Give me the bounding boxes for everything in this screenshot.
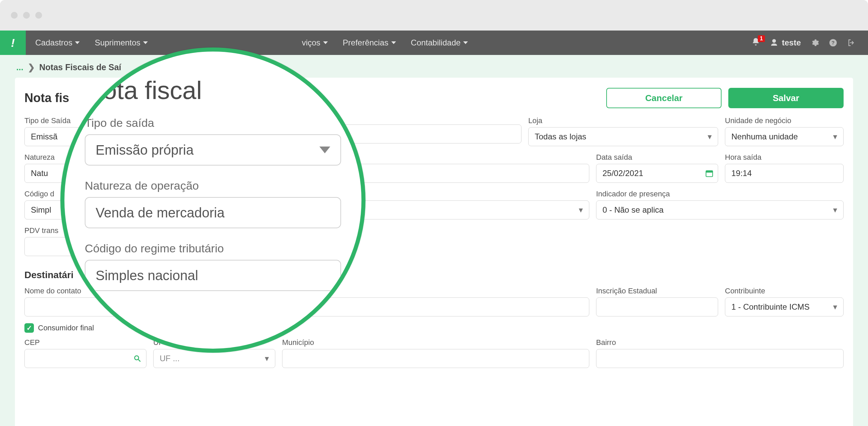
municipio-label: Município <box>282 338 589 347</box>
loja-label: Loja <box>528 116 718 125</box>
page-title: Nota fis <box>24 91 69 105</box>
search-icon[interactable] <box>133 354 141 363</box>
breadcrumb-current: Notas Fiscais de Saí <box>39 62 121 72</box>
select-value: Nenhuma unidade <box>731 132 798 141</box>
loja-select[interactable]: Todas as lojas▾ <box>528 127 718 146</box>
notification-badge: 1 <box>758 35 765 42</box>
nav-label: Preferências <box>343 38 389 47</box>
municipio-input[interactable] <box>282 349 589 368</box>
mag-regime-select[interactable]: Simples nacional <box>85 260 341 291</box>
cep-input[interactable] <box>24 349 146 368</box>
chevron-down-icon <box>75 41 80 44</box>
select-value: Todas as lojas <box>535 132 586 141</box>
nav-cadastros[interactable]: Cadastros <box>35 38 80 47</box>
user-menu[interactable]: teste <box>770 38 801 47</box>
mag-title: Nota fiscal <box>85 76 341 105</box>
chevron-down-icon: ▾ <box>708 132 712 141</box>
chevron-down-icon: ▾ <box>579 205 583 215</box>
mag-regime-label: Código do regime tributário <box>85 242 341 255</box>
magnifier-overlay: Nota fiscal Tipo de saída Emissão própri… <box>60 47 366 353</box>
indicador-label: Indicador de presença <box>596 190 844 198</box>
chevron-down-icon <box>143 41 148 44</box>
chevron-down-icon: ▾ <box>265 354 269 363</box>
unidade-select[interactable]: Nenhuma unidade▾ <box>725 127 844 146</box>
window-dot <box>35 12 42 19</box>
mag-tipo-saida-select[interactable]: Emissão própria <box>85 134 341 166</box>
ie-input[interactable] <box>596 297 718 316</box>
input-value: 19:14 <box>731 169 752 178</box>
chevron-down-icon: ▾ <box>833 302 837 312</box>
cancel-button[interactable]: Cancelar <box>606 88 722 108</box>
bairro-label: Bairro <box>596 338 844 347</box>
svg-text:?: ? <box>831 40 834 45</box>
chevron-down-icon <box>323 41 328 44</box>
browser-chrome <box>0 0 868 31</box>
notifications-button[interactable]: 1 <box>751 37 760 48</box>
calendar-icon <box>705 169 714 178</box>
select-value: 1 - Contribuinte ICMS <box>731 302 810 312</box>
bairro-input[interactable] <box>596 349 844 368</box>
window-dot <box>23 12 30 19</box>
top-nav: ! Cadastros Suprimentos viços Preferênci… <box>0 31 868 55</box>
svg-line-7 <box>138 360 140 362</box>
select-value: Emissã <box>31 132 58 141</box>
hora-saida-input[interactable]: 19:14 <box>725 164 844 183</box>
select-value: 0 - Não se aplica <box>603 205 664 215</box>
data-saida-label: Data saída <box>596 153 718 162</box>
select-value: Emissão própria <box>96 142 194 158</box>
logout-icon[interactable] <box>847 38 856 47</box>
window-dot <box>11 12 18 19</box>
mag-natureza-label: Natureza de operação <box>85 179 341 192</box>
chevron-down-icon: ▾ <box>833 205 837 215</box>
help-icon[interactable]: ? <box>829 38 837 47</box>
user-icon <box>770 38 778 47</box>
consumidor-final-label: Consumidor final <box>38 324 94 332</box>
data-saida-input[interactable]: 25/02/2021 <box>596 164 718 183</box>
select-value: UF ... <box>160 354 180 363</box>
breadcrumb-root[interactable]: ... <box>16 62 23 72</box>
mag-tipo-saida-label: Tipo de saída <box>85 116 341 130</box>
chevron-right-icon: ❯ <box>26 62 37 72</box>
nav-label: Cadastros <box>35 38 72 47</box>
nav-contabilidade[interactable]: Contabilidade <box>411 38 468 47</box>
nav-label: Contabilidade <box>411 38 461 47</box>
unidade-label: Unidade de negócio <box>725 116 844 125</box>
chevron-down-icon: ▾ <box>833 132 837 141</box>
nav-suprimentos[interactable]: Suprimentos <box>95 38 148 47</box>
svg-point-6 <box>135 356 139 360</box>
input-value: Venda de mercadoria <box>96 205 224 220</box>
svg-rect-5 <box>706 171 713 172</box>
contribuinte-label: Contribuinte <box>725 287 844 295</box>
chevron-down-icon <box>319 147 330 153</box>
gear-icon[interactable] <box>810 38 819 47</box>
indicador-select[interactable]: 0 - Não se aplica▾ <box>596 200 844 219</box>
ie-label: Inscrição Estadual <box>596 287 718 295</box>
brand-logo[interactable]: ! <box>0 31 26 55</box>
select-value: Simples nacional <box>96 268 198 283</box>
nav-label: viços <box>302 38 320 47</box>
select-value: Simpl <box>31 205 51 215</box>
mag-natureza-input[interactable]: Venda de mercadoria <box>85 197 341 228</box>
user-name: teste <box>782 38 801 47</box>
cep-label: CEP <box>24 338 146 347</box>
input-value: 25/02/2021 <box>603 169 643 178</box>
consumidor-final-checkbox[interactable]: ✓ <box>24 323 34 333</box>
nav-servicos[interactable]: viços <box>163 38 328 47</box>
nav-preferencias[interactable]: Preferências <box>343 38 396 47</box>
hora-saida-label: Hora saída <box>725 153 844 162</box>
save-button[interactable]: Salvar <box>728 88 844 108</box>
chevron-down-icon <box>391 41 396 44</box>
nav-label: Suprimentos <box>95 38 140 47</box>
input-value: Natu <box>31 169 48 178</box>
contribuinte-select[interactable]: 1 - Contribuinte ICMS▾ <box>725 297 844 316</box>
chevron-down-icon <box>463 41 468 44</box>
